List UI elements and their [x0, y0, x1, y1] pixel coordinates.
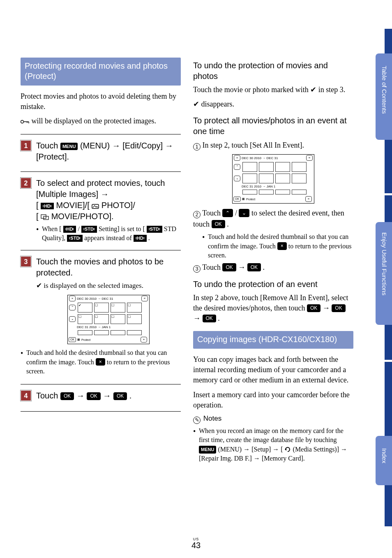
- circled-number-icon: 1: [193, 143, 201, 150]
- date-label: DEC 30 2010 → DEC 31: [77, 296, 113, 301]
- tab-label[interactable]: Index: [381, 448, 388, 463]
- left-column: Protecting recorded movies and photos (P…: [21, 58, 181, 465]
- thumbnail: ☐: [94, 314, 109, 324]
- thumbnail: [275, 190, 290, 194]
- arrow-icon: →: [272, 446, 279, 453]
- paragraph: Insert a memory card into your camcorder…: [193, 390, 353, 410]
- text: [: [36, 212, 39, 221]
- date-label: DEC 30 2010 → DEC 31: [242, 156, 278, 160]
- subheading: To protect all movies/photos in an event…: [193, 115, 353, 137]
- movie-photo-icon: [41, 214, 49, 220]
- text: [Protect].: [36, 152, 69, 161]
- section-heading-protect: Protecting recorded movies and photos (P…: [21, 58, 181, 86]
- std-icon: ⦂STD⦂: [147, 226, 162, 233]
- thumbnail: [259, 190, 274, 194]
- text: MOVIE/PHOTO].: [51, 212, 114, 221]
- thumbnail: [242, 162, 257, 172]
- down-icon: ⌄: [69, 316, 76, 322]
- thumbnail: [111, 330, 125, 335]
- text: .: [227, 220, 229, 228]
- ok-pill-icon: OK: [332, 304, 345, 312]
- ok-pill-icon: OK: [60, 392, 74, 400]
- thumbnail: [292, 174, 307, 183]
- arrow-icon: →: [165, 141, 173, 150]
- paragraph: You can copy images back and forth betwe…: [193, 354, 353, 386]
- thumbnail: ☐: [111, 314, 125, 324]
- notes-icon: ✎: [193, 417, 201, 424]
- right-column: To undo the protection of movies and pho…: [193, 58, 353, 465]
- up-icon: ⌃: [234, 164, 240, 170]
- step-instruction: Touch OK → OK → OK .: [36, 390, 181, 401]
- thumbnail: [259, 174, 274, 183]
- thumbnail: ☐: [111, 303, 125, 313]
- svg-point-0: [21, 120, 24, 123]
- circled-number-icon: 3: [193, 265, 201, 273]
- paragraph: Touch the movie or photo marked with ✔ i…: [193, 85, 353, 95]
- ok-pill-icon: OK: [203, 315, 216, 322]
- step-4: 4 Touch OK → OK → OK .: [21, 390, 181, 404]
- std-icon: ⦂STD⦂: [81, 226, 97, 233]
- scroll-up-icon: «: [306, 155, 313, 161]
- arrow-icon: →: [341, 446, 347, 453]
- ok-pill-icon: OK: [113, 392, 127, 400]
- substep-1: 1 In step 2, touch [Set All In Event].: [193, 140, 353, 151]
- hd-icon: ⦂HD⦂: [41, 203, 54, 210]
- thumbnail: [259, 162, 274, 172]
- ok-pill-icon: OK: [247, 263, 261, 271]
- tab-label[interactable]: Enjoy Useful Functions: [381, 232, 388, 295]
- text: MOVIE]/[: [56, 201, 90, 210]
- text: .: [129, 391, 132, 400]
- note-bullet: When you record an image on the memory c…: [193, 426, 353, 463]
- text: [Edit/Copy]: [122, 141, 165, 150]
- ok-pill-icon: OK: [222, 263, 236, 271]
- thumbnail: [275, 174, 290, 183]
- ok-pill-icon: OK: [87, 392, 100, 400]
- thumbnail: ☐: [94, 303, 109, 313]
- text: [: [36, 201, 39, 210]
- thumbnail: ☐: [78, 314, 92, 324]
- page-number: US 43: [0, 537, 392, 550]
- intro-paragraph: will be displayed on the protected image…: [21, 116, 181, 126]
- step-3: 3 Touch the movies and photos to be prot…: [21, 256, 181, 377]
- close-pill-icon: ×: [96, 358, 105, 366]
- note-bullet: When [ ⦂HD⦂ / ⦂STD⦂ Setting] is set to […: [36, 225, 181, 243]
- notes-heading: ✎ Notes: [193, 414, 353, 424]
- scroll-up-icon: «: [141, 296, 148, 301]
- thumbnail: ☐: [127, 314, 142, 324]
- step-instruction: Touch the movies and photos to be protec…: [36, 256, 181, 278]
- text: Touch: [202, 209, 222, 217]
- step-number: 2: [21, 178, 31, 188]
- text: PHOTO]/: [101, 201, 135, 210]
- note-bullet: Touch and hold the desired thumbnail so …: [202, 232, 353, 260]
- text: Touch: [202, 263, 222, 271]
- camcorder-screen-preview: × DEC 30 2010 → DEC 31 « ⌃ ⌄: [232, 154, 314, 204]
- intro-paragraph: Protect movies and photos to avoid delet…: [21, 91, 181, 112]
- text: Touch: [36, 391, 60, 400]
- arrow-icon: →: [103, 391, 111, 400]
- close-icon: ×: [69, 296, 76, 301]
- thumbnail: [292, 162, 307, 172]
- circled-number-icon: 2: [193, 211, 201, 218]
- text: (MENU): [80, 141, 112, 150]
- arrow-icon: →: [101, 190, 109, 199]
- subheading: To undo the protection of movies and pho…: [193, 60, 353, 81]
- ok-button: OK: [69, 337, 76, 342]
- std-icon: ⦂STD⦂: [67, 235, 83, 242]
- paragraph: ✔ disappears.: [193, 99, 353, 109]
- step-number: 4: [21, 390, 31, 401]
- section-heading-copying: Copying images (HDR-CX160/CX180): [193, 331, 353, 349]
- subheading: To undo the protection of an event: [193, 279, 353, 289]
- tab-label[interactable]: Table of Contents: [381, 66, 388, 114]
- substep-2: 2 Touch ⌃ / ⌄ to select the desired even…: [193, 208, 353, 230]
- arrow-icon: →: [254, 455, 260, 462]
- close-pill-icon: ×: [277, 242, 287, 250]
- hd-icon: ⦂HD⦂: [63, 226, 76, 233]
- text: will be displayed on the protected image…: [30, 117, 156, 125]
- footer-label: Protect: [81, 338, 90, 341]
- arrow-icon: →: [76, 391, 85, 400]
- media-settings-icon: [285, 447, 291, 452]
- photo-icon: [92, 203, 99, 209]
- text: Touch: [36, 141, 60, 150]
- down-pill-icon: ⌄: [239, 209, 249, 217]
- step-instruction: Touch MENU (MENU) → [Edit/Copy] → [Prote…: [36, 140, 181, 162]
